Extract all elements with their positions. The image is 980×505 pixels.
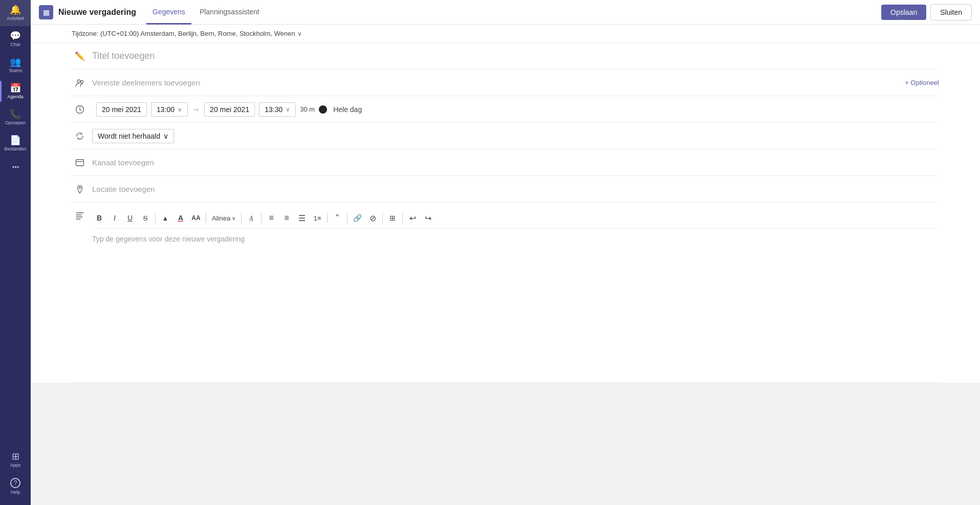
- sidebar-item-teams[interactable]: 👥 Teams: [0, 52, 31, 78]
- participants-input[interactable]: [92, 76, 905, 89]
- timezone-label: Tijdzone: (UTC+01:00) Amsterdam, Berlijn…: [72, 30, 295, 37]
- table-button[interactable]: ⊞: [385, 211, 400, 225]
- optional-link[interactable]: + Optioneel: [905, 79, 939, 86]
- timezone-chevron-icon[interactable]: ∨: [297, 30, 302, 37]
- sidebar-label-help: Help: [11, 490, 20, 495]
- channel-input[interactable]: [92, 156, 939, 169]
- svg-point-0: [77, 80, 80, 83]
- sidebar-item-oproepen[interactable]: 📞 Oproepen: [0, 104, 31, 130]
- sidebar-item-apps[interactable]: ⊞ Apps: [0, 447, 31, 473]
- sidebar-label-apps: Apps: [10, 463, 21, 468]
- sidebar-item-more[interactable]: ···: [0, 157, 31, 177]
- location-row: [72, 176, 939, 203]
- format-clear-button[interactable]: 𝐴̲: [244, 211, 258, 225]
- numbered-list-button[interactable]: 1≡: [310, 211, 324, 225]
- tab-planningsassistent[interactable]: Planningsassistent: [193, 1, 266, 25]
- end-time-select[interactable]: 13:30 ∨: [259, 102, 296, 117]
- recurrence-icon: [72, 131, 88, 141]
- recurrence-chevron-icon: ∨: [163, 132, 168, 140]
- sidebar-item-bestanden[interactable]: 📄 Bestanden: [0, 130, 31, 157]
- participants-row: + Optioneel: [72, 70, 939, 96]
- editor-row: B I U S ▲ A AA Alinea ∨: [72, 203, 939, 383]
- chat-icon: 💬: [10, 31, 21, 40]
- toolbar-sep-6: [347, 213, 347, 223]
- editor-placeholder: Typ de gegevens voor deze nieuwe vergade…: [92, 235, 245, 243]
- close-button[interactable]: Sluiten: [930, 4, 972, 20]
- fontcolor-button[interactable]: A: [173, 211, 188, 225]
- sidebar-label-chat: Chat: [10, 42, 20, 47]
- agenda-icon: 📅: [10, 83, 21, 93]
- title-icon: ✏️: [72, 51, 88, 61]
- paragraph-chevron: ∨: [232, 215, 235, 221]
- undo-button[interactable]: ↩: [405, 211, 420, 225]
- redo-button[interactable]: ↪: [421, 211, 435, 225]
- main-content: ▦ Nieuwe vergadering Gegevens Planningsa…: [31, 0, 980, 505]
- recurrence-row: Wordt niet herhaald ∨: [72, 123, 939, 149]
- end-time-chevron: ∨: [286, 106, 290, 113]
- link-button[interactable]: 🔗: [350, 211, 364, 225]
- svg-rect-3: [76, 160, 84, 166]
- sidebar: 🔔 Activiteit 💬 Chat 👥 Teams 📅 Agenda 📞 O…: [0, 0, 31, 505]
- editor-toolbar: B I U S ▲ A AA Alinea ∨: [92, 208, 939, 229]
- toolbar-sep-4: [261, 213, 262, 223]
- toolbar-sep-1: [155, 213, 156, 223]
- editor-body[interactable]: Typ de gegevens voor deze nieuwe vergade…: [92, 229, 939, 382]
- underline-button[interactable]: U: [123, 211, 137, 225]
- toolbar-sep-5: [327, 213, 328, 223]
- activiteit-icon: 🔔: [10, 5, 21, 14]
- sidebar-label-activiteit: Activiteit: [7, 16, 24, 21]
- title-input[interactable]: [92, 49, 939, 63]
- svg-point-1: [81, 80, 83, 83]
- form-section: ✏️ + Optioneel 20 mei 2021: [31, 43, 980, 383]
- title-row: ✏️: [72, 43, 939, 70]
- channel-row: [72, 149, 939, 176]
- channel-icon: [72, 158, 88, 167]
- svg-point-4: [79, 187, 81, 188]
- editor-icon: [72, 211, 88, 220]
- fontsize-button[interactable]: AA: [189, 211, 203, 225]
- sidebar-item-activiteit[interactable]: 🔔 Activiteit: [0, 0, 31, 26]
- start-date-input[interactable]: 20 mei 2021: [96, 102, 147, 117]
- align-left-button[interactable]: ≡: [264, 211, 278, 225]
- sidebar-label-bestanden: Bestanden: [4, 146, 26, 151]
- align-center-button[interactable]: ≡: [279, 211, 294, 225]
- tab-bar: Gegevens Planningsassistent: [146, 0, 266, 24]
- quote-button[interactable]: ": [330, 211, 344, 225]
- end-date-input[interactable]: 20 mei 2021: [204, 102, 255, 117]
- bestanden-icon: 📄: [10, 136, 21, 145]
- arrow-right-icon: →: [192, 105, 200, 114]
- location-input[interactable]: [92, 183, 939, 195]
- start-time-chevron: ∨: [178, 106, 182, 113]
- tab-gegevens[interactable]: Gegevens: [146, 1, 191, 25]
- highlight-button[interactable]: ▲: [158, 211, 172, 225]
- italic-button[interactable]: I: [107, 211, 122, 225]
- topbar: ▦ Nieuwe vergadering Gegevens Planningsa…: [31, 0, 980, 25]
- page-title: Nieuwe vergadering: [58, 8, 136, 17]
- sidebar-label-oproepen: Oproepen: [5, 120, 26, 125]
- clock-icon: [72, 105, 88, 114]
- strikethrough-button[interactable]: S: [138, 211, 153, 225]
- sidebar-item-chat[interactable]: 💬 Chat: [0, 26, 31, 52]
- timezone-bar: Tijdzone: (UTC+01:00) Amsterdam, Berlijn…: [31, 25, 980, 43]
- start-time-select[interactable]: 13:00 ∨: [151, 102, 188, 117]
- allday-toggle[interactable]: [319, 105, 327, 114]
- bullet-list-button[interactable]: ☰: [295, 211, 309, 225]
- paragraph-dropdown[interactable]: Alinea ∨: [209, 213, 238, 224]
- recurrence-select[interactable]: Wordt niet herhaald ∨: [92, 129, 174, 143]
- bottom-padding: [31, 383, 980, 434]
- duration-badge: 30 m: [300, 105, 315, 113]
- window-icon: ▦: [39, 5, 53, 19]
- toolbar-sep-2: [206, 213, 206, 223]
- apps-icon: ⊞: [12, 452, 19, 461]
- indent-button[interactable]: ⊘: [365, 211, 380, 225]
- bold-button[interactable]: B: [92, 211, 106, 225]
- sidebar-label-agenda: Agenda: [7, 94, 23, 99]
- save-button[interactable]: Opslaan: [881, 5, 926, 20]
- sidebar-item-help[interactable]: ? Help: [0, 473, 31, 500]
- toolbar-sep-8: [402, 213, 403, 223]
- help-icon: ?: [10, 478, 20, 488]
- allday-label: Hele dag: [333, 105, 362, 114]
- participants-icon: [72, 78, 88, 87]
- sidebar-item-agenda[interactable]: 📅 Agenda: [0, 78, 31, 104]
- more-icon: ···: [12, 162, 19, 172]
